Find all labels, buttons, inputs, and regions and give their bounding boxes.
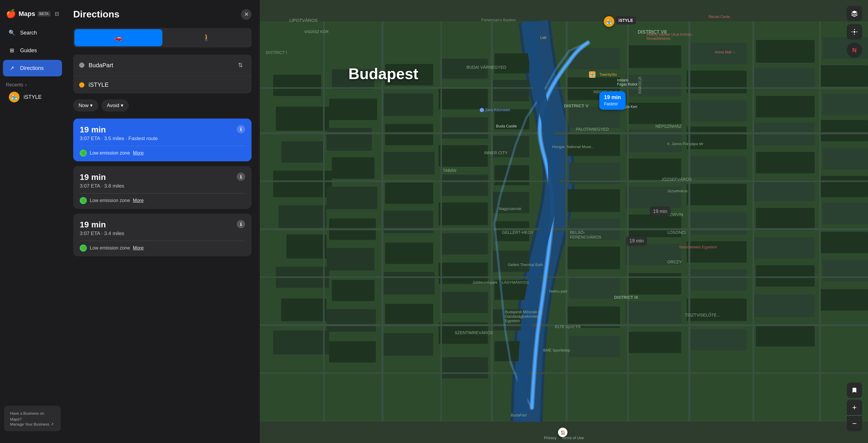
- route-2-emission-link[interactable]: More: [133, 198, 144, 203]
- svg-rect-24: [385, 182, 433, 204]
- svg-rect-54: [569, 107, 620, 128]
- privacy-link[interactable]: Privacy: [544, 436, 557, 440]
- zoom-in-button[interactable]: +: [847, 400, 862, 415]
- business-manage-link[interactable]: Manage Your Business ↗: [10, 422, 55, 427]
- recents-header[interactable]: Recents ›: [6, 82, 59, 88]
- svg-rect-102: [823, 203, 868, 224]
- svg-point-122: [854, 31, 855, 33]
- terms-link[interactable]: Terms of Use: [561, 436, 584, 440]
- svg-rect-41: [495, 54, 529, 73]
- svg-rect-88: [753, 123, 814, 145]
- map-city-label: Budapest: [348, 65, 418, 82]
- route-card-1[interactable]: 19 min ℹ 3:07 ETA · 3.5 miles · Fastest …: [73, 118, 252, 161]
- sidebar-item-directions[interactable]: ↗ Directions: [3, 60, 62, 76]
- label-jubileumi: Jubileumi-park: [472, 280, 497, 284]
- svg-rect-82: [689, 269, 747, 291]
- svg-rect-104: [823, 260, 868, 281]
- now-filter-button[interactable]: Now ▾: [73, 99, 98, 111]
- svg-rect-31: [438, 88, 488, 109]
- route-1-info-button[interactable]: ℹ: [237, 125, 245, 133]
- route-3-details: 3:07 ETA · 3.4 miles: [80, 231, 245, 237]
- origin-input[interactable]: BudaPart: [89, 62, 231, 69]
- svg-rect-6: [286, 235, 327, 259]
- svg-rect-40: [441, 357, 488, 378]
- twentysix-icon: 🏪: [589, 71, 595, 78]
- sidebar-toggle-icon[interactable]: ⊟: [55, 11, 59, 17]
- emission-1-icon: 🌿: [80, 149, 87, 157]
- twentysix-label: TwentySix: [599, 72, 617, 77]
- label-bme-sporttelep: BME Sporttelep: [543, 348, 570, 352]
- label-hungarian-national-museum: Hungar. National Muse...: [552, 144, 594, 149]
- route-1-emission-link[interactable]: More: [133, 150, 144, 156]
- business-banner[interactable]: Have a Business on Maps? Manage Your Bus…: [4, 406, 61, 431]
- svg-rect-95: [756, 325, 815, 346]
- svg-rect-103: [820, 232, 868, 253]
- map-controls-top-right: N: [847, 6, 862, 58]
- sidebar-nav: 🔍 Search ⊞ Guides ↗ Directions: [0, 25, 65, 76]
- transport-car-button[interactable]: 🚗: [74, 29, 162, 46]
- location-button[interactable]: [847, 24, 862, 39]
- route-3-info-button[interactable]: ℹ: [237, 220, 245, 228]
- route-2-emission-text: Low emission zone: [90, 198, 130, 203]
- map-area[interactable]: Budapest LIPOTVÁROS VADÁSZ KÖR DISTRICT …: [260, 0, 868, 443]
- map-layers-button[interactable]: [847, 6, 862, 21]
- route-2-info-button[interactable]: ℹ: [237, 173, 245, 181]
- district-label-district-i: DISTRICT I: [266, 50, 287, 55]
- label-elte: ELTE Sport Kft.: [555, 325, 581, 329]
- directions-icon: ↗: [8, 64, 16, 72]
- recent-item-label: iSTYLE: [24, 94, 42, 100]
- transport-walk-button[interactable]: 🚶: [162, 29, 250, 46]
- privacy-bar: Privacy Terms of Use: [544, 436, 584, 440]
- svg-rect-71: [628, 273, 681, 294]
- district-label-palotanegyed: PALOTANEGYED: [576, 127, 609, 132]
- destination-input[interactable]: iSTYLE: [89, 81, 246, 88]
- svg-rect-56: [569, 163, 620, 184]
- route-card-2[interactable]: 19 min ℹ 3:07 ETA · 3.8 miles 🌿 Low emis…: [73, 166, 252, 209]
- sidebar-item-search[interactable]: 🔍 Search: [3, 25, 62, 41]
- label-budapart: BudaPart: [511, 413, 527, 417]
- label-nagycsarnok: Nagycsarnok: [499, 206, 521, 211]
- svg-rect-5: [278, 205, 327, 228]
- guides-icon: ⊞: [8, 46, 16, 55]
- label-janos-2: II. János Pál pápa tér: [667, 142, 704, 146]
- svg-rect-19: [329, 341, 376, 363]
- svg-rect-91: [756, 208, 815, 231]
- svg-rect-29: [383, 333, 433, 356]
- route-2-time: 19 min: [80, 173, 106, 182]
- svg-rect-80: [689, 212, 747, 235]
- origin-dot-icon: [79, 63, 85, 68]
- emission-2-icon: 🌿: [80, 197, 87, 204]
- label-jozsefvaros-sub: Józsefváros: [667, 189, 688, 193]
- district-label-losonci: LOSONCI: [667, 230, 686, 235]
- walk-icon: 🚶: [203, 34, 211, 42]
- svg-rect-62: [569, 336, 620, 357]
- map-bookmarks-button[interactable]: [847, 382, 862, 398]
- zoom-out-button[interactable]: −: [847, 416, 862, 431]
- svg-rect-25: [383, 211, 433, 233]
- label-lagymanyos: LÁGYMÁNYOS: [502, 280, 529, 284]
- svg-rect-42: [492, 80, 529, 101]
- swap-button[interactable]: ⇅: [235, 60, 246, 70]
- close-button[interactable]: ✕: [241, 9, 252, 20]
- avoid-filter-button[interactable]: Avoid ▾: [101, 99, 129, 111]
- compass-button[interactable]: N: [847, 42, 862, 58]
- district-label-vadaszkor: VADÁSZ KÖR: [304, 30, 329, 34]
- svg-rect-23: [383, 152, 435, 175]
- svg-rect-105: [820, 289, 868, 310]
- sidebar-item-guides[interactable]: ⊞ Guides: [3, 42, 62, 59]
- svg-rect-63: [628, 45, 681, 68]
- route-card-3[interactable]: 19 min ℹ 3:07 ETA · 3.4 miles 🌿 Low emis…: [73, 213, 252, 256]
- svg-rect-87: [756, 96, 815, 117]
- apple-logo-icon: 🍎: [6, 9, 16, 19]
- emission-3-icon: 🌿: [80, 244, 87, 251]
- svg-rect-22: [385, 124, 433, 145]
- district-label-lipotvaros: LIPOTVÁROS: [289, 18, 318, 23]
- svg-rect-27: [383, 272, 435, 295]
- district-label-belso-ferencvaros: BELSŐ-FERENCVÁROS: [570, 230, 601, 239]
- recent-item-istyle[interactable]: 🏪 iSTYLE: [6, 88, 59, 106]
- sidebar-item-directions-label: Directions: [20, 65, 44, 71]
- route-1-emission-text: Low emission zone: [90, 150, 130, 156]
- route-3-emission-link[interactable]: More: [133, 245, 144, 251]
- district-label-szentimrevaros: SZENTIMREVÁROS: [455, 330, 493, 335]
- sidebar: 🍎 Maps BETA ⊟ 🔍 Search ⊞ Guides ↗ Direct…: [0, 0, 65, 443]
